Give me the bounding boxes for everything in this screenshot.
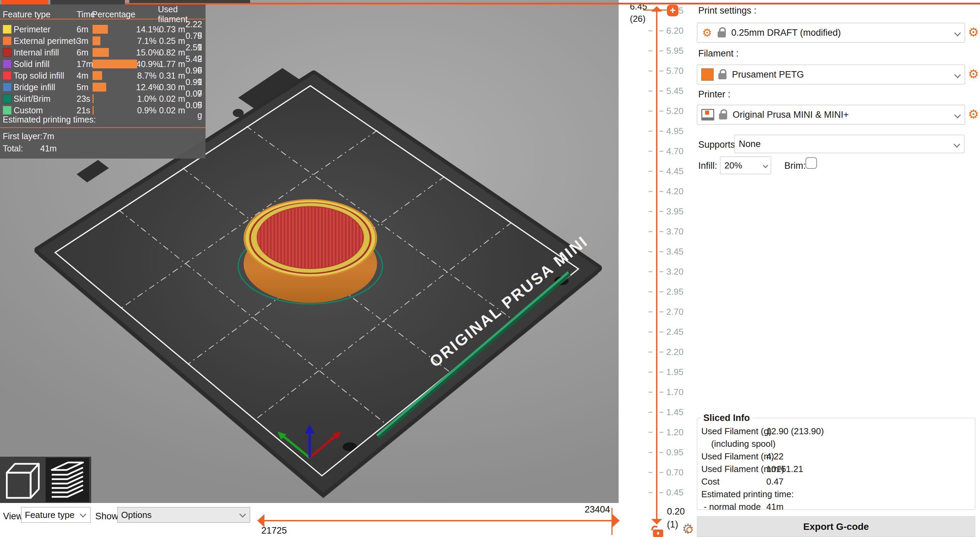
feature-percentage-bar	[92, 94, 136, 103]
tick-dash	[659, 432, 663, 433]
layer-tick-label: 2.20	[666, 347, 690, 357]
sliced-info-value: 4.22	[766, 451, 975, 462]
tick-dash	[659, 231, 663, 232]
feature-filament-length: 0.82 m	[158, 48, 185, 57]
supports-label: Supports:	[698, 140, 738, 150]
first-layer-row: First layer:7m	[3, 130, 205, 142]
3d-viewport[interactable]: ORIGINAL PRUSA MINI	[0, 0, 619, 503]
print-settings-dropdown[interactable]: ⚙ 0.25mm DRAFT (modified)	[697, 23, 965, 43]
feature-time: 3m	[76, 36, 92, 46]
tick-dash	[649, 311, 652, 312]
sliced-info-rows: Used Filament (g)12.90 (213.90) (includi…	[697, 425, 975, 513]
view-type-dropdown[interactable]: Feature type	[21, 507, 91, 523]
slider-settings-gear-icon[interactable]: ⚙	[682, 522, 694, 535]
preview-view-button[interactable]	[46, 458, 89, 502]
feature-time: 4m	[76, 71, 92, 81]
percentage-bar-fill	[92, 48, 109, 57]
sliced-info-panel: Sliced Info Used Filament (g)12.90 (213.…	[697, 418, 975, 510]
tick-dash	[659, 331, 663, 333]
tick-dash	[659, 492, 663, 493]
layer-tick-label: 5.70	[666, 66, 690, 76]
sliced-info-row: - normal mode41m	[697, 500, 975, 513]
feature-color-swatch	[3, 83, 11, 92]
editor-view-button[interactable]	[1, 458, 45, 502]
sliced-info-label: Used Filament (g)	[697, 426, 766, 437]
feature-percentage-bar	[92, 59, 136, 69]
sliced-info-value: 41m	[766, 502, 975, 512]
tick-dash	[649, 412, 652, 413]
layer-tick-label: 2.95	[666, 287, 690, 297]
layer-tick-label: 3.70	[666, 226, 690, 237]
feature-name: Bridge infill	[14, 82, 76, 92]
layer-tick-label: 4.70	[666, 146, 690, 156]
sliced-info-label: (including spool)	[697, 439, 766, 449]
tick-dash	[649, 30, 652, 31]
tick-dash	[659, 30, 663, 31]
feature-percentage: 8.7%	[136, 71, 158, 81]
layer-tick-label: 1.95	[666, 367, 690, 378]
layer-tick-label: 5.20	[666, 106, 690, 116]
current-top-layer: (26)	[630, 14, 646, 24]
percentage-bar-fill	[92, 94, 94, 103]
legend-header-feature: Feature type	[3, 10, 76, 19]
unlock-icon[interactable]	[652, 526, 665, 537]
sliced-info-value: 10161.21	[766, 464, 975, 474]
tick-dash	[649, 291, 652, 292]
feature-color-swatch	[3, 106, 11, 115]
layer-tick-label: 0.70	[666, 467, 690, 478]
tick-dash	[649, 131, 652, 132]
feature-percentage-bar	[92, 37, 136, 45]
layer-slider-track[interactable]	[656, 11, 657, 519]
tick-dash	[649, 70, 652, 72]
lock-icon	[718, 69, 727, 80]
feature-color-swatch	[3, 48, 11, 57]
add-color-change-icon[interactable]: +	[667, 5, 679, 16]
layer-tick-label: 1.70	[666, 387, 690, 397]
current-bottom-height: 0.20	[667, 507, 685, 517]
layer-tick-label: 2.70	[666, 307, 690, 317]
feature-time: 21s	[76, 105, 92, 115]
tick-dash	[649, 50, 652, 51]
sliced-info-row: Used Filament (g)12.90 (213.90)	[697, 425, 975, 438]
feature-name: Internal infill	[14, 48, 76, 57]
layer-slider-bottom-handle[interactable]	[651, 519, 662, 524]
tick-dash	[649, 472, 652, 473]
filament-dropdown[interactable]: Prusament PETG	[697, 65, 965, 84]
layer-slider-top-handle[interactable]	[651, 6, 662, 11]
total-label: Total:	[3, 142, 40, 155]
tick-dash	[649, 452, 652, 453]
print-settings-gear-button[interactable]: ⚙	[967, 26, 980, 39]
feature-filament-length: 0.73 m	[158, 24, 185, 34]
tick-dash	[649, 151, 652, 152]
cube-icon	[4, 460, 41, 500]
tick-dash	[649, 371, 652, 373]
percentage-bar-fill	[92, 37, 100, 45]
tick-dash	[659, 392, 663, 393]
legend-panel: Feature type Time Percentage Used filame…	[0, 5, 205, 159]
printer-gear-button[interactable]: ⚙	[967, 108, 980, 121]
brim-checkbox[interactable]	[805, 157, 817, 169]
export-gcode-button[interactable]: Export G-code	[697, 516, 975, 537]
tick-dash	[649, 111, 652, 112]
show-options-dropdown[interactable]: Options	[118, 507, 250, 523]
infill-dropdown[interactable]: 20%	[720, 156, 771, 174]
feature-percentage: 0.9%	[136, 105, 158, 115]
feature-time: 6m	[76, 48, 92, 57]
layer-tick-label: 4.20	[666, 186, 690, 197]
feature-time: 17m	[76, 59, 92, 69]
view-mode-toggles	[0, 457, 91, 503]
printer-dropdown[interactable]: Original Prusa MINI & MINI+	[697, 105, 965, 124]
feature-filament-length: 1.77 m	[158, 59, 185, 69]
filament-gear-button[interactable]: ⚙	[967, 68, 980, 81]
feature-color-swatch	[3, 94, 11, 103]
unlock-keyhole	[657, 532, 659, 535]
printer-value: Original Prusa MINI & MINI+	[733, 110, 849, 120]
feature-percentage: 7.1%	[136, 36, 158, 46]
tick-dash	[659, 91, 663, 92]
feature-percentage-bar	[92, 71, 136, 80]
supports-dropdown[interactable]: None	[734, 135, 964, 153]
infill-value: 20%	[724, 160, 742, 171]
tick-dash	[649, 91, 652, 92]
legend-header-percentage: Percentage	[92, 10, 158, 19]
sliced-object[interactable]	[243, 199, 377, 303]
